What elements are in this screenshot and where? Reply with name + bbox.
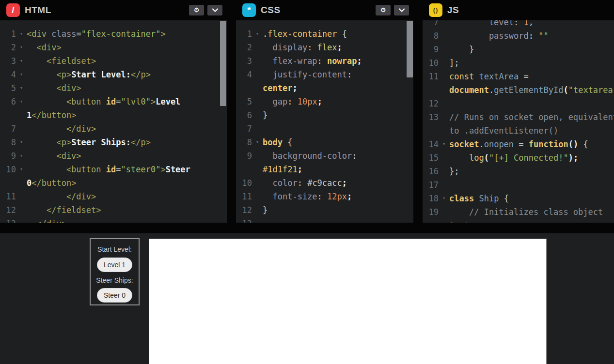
code-line[interactable]: 5▾ <div> (0, 81, 227, 95)
fold-caret-icon[interactable]: ▾ (16, 149, 27, 163)
code-line[interactable]: 12 </fieldset> (0, 203, 227, 217)
code-line[interactable]: 11 font-size: 12px; (236, 190, 413, 203)
code-line[interactable]: 5 gap: 10px; (236, 95, 413, 108)
code-line[interactable]: 11 </div> (0, 190, 227, 203)
code-line[interactable]: 10 color: #c9cacc; (236, 176, 413, 190)
code-text: <p>Start Level:</p> (27, 68, 151, 81)
editor-preview-divider[interactable] (0, 223, 614, 233)
code-line[interactable]: 15 log("[+] Connected!"); (423, 151, 614, 165)
code-line[interactable]: 12} (236, 203, 413, 217)
code-line[interactable]: 3▾ <fieldset> (0, 54, 227, 68)
caret-spacer (439, 20, 449, 29)
code-text: socket.onopen = function() { (449, 137, 588, 151)
fold-caret-icon[interactable]: ▾ (439, 137, 449, 151)
fold-caret-icon[interactable]: ▾ (16, 95, 27, 108)
code-line[interactable]: instances (423, 219, 614, 223)
code-text: <button id="lvl0">Level (27, 95, 180, 108)
tab-html[interactable]: / HTML (6, 0, 51, 20)
code-line[interactable]: 13 (236, 217, 413, 223)
code-line[interactable]: 10]; (423, 56, 614, 70)
code-line[interactable]: 0</button> (0, 176, 227, 190)
code-line[interactable]: 12 (423, 97, 614, 110)
code-text: #1d1f21; (263, 163, 302, 176)
fold-caret-icon[interactable]: ▾ (16, 54, 27, 68)
fold-caret-icon[interactable]: ▾ (16, 81, 27, 95)
code-line[interactable]: 14▾socket.onopen = function() { (423, 137, 614, 151)
tab-js[interactable]: () JS (429, 0, 459, 20)
fold-caret-icon[interactable]: ▾ (16, 68, 27, 81)
html-editor-scrollbar[interactable] (220, 21, 226, 106)
code-line[interactable]: 8▾ <p>Steer Ships:</p> (0, 136, 227, 149)
code-line[interactable]: 7 </div> (0, 122, 227, 136)
code-line[interactable]: 1</button> (0, 108, 227, 122)
line-number: 8 (423, 29, 439, 43)
line-number: 13 (423, 110, 439, 124)
code-line[interactable]: 9▾ <div> (0, 149, 227, 163)
css-collapse-button[interactable] (394, 5, 409, 15)
pane-divider[interactable] (413, 0, 423, 223)
css-pane-header: * CSS ⚙ (236, 0, 413, 20)
code-line[interactable]: 17 (423, 178, 614, 192)
code-line[interactable]: 7 level: 1, (423, 20, 614, 29)
code-line[interactable]: 11const textArea = (423, 70, 614, 83)
css-tab-title: CSS (261, 5, 281, 15)
line-number: 3 (236, 54, 252, 68)
code-text: flex-wrap: nowrap; (263, 54, 362, 68)
code-line[interactable]: #1d1f21; (236, 163, 413, 176)
code-text: log("[+] Connected!"); (449, 151, 578, 165)
code-line[interactable]: 2▾ <div> (0, 41, 227, 54)
line-number: 12 (0, 203, 16, 217)
js-code-editor[interactable]: 7 level: 1,8 password: ""9 }10];11const … (423, 20, 614, 223)
tab-css[interactable]: * CSS (242, 0, 281, 20)
css-settings-button[interactable]: ⚙ (376, 5, 391, 15)
fold-caret-icon[interactable]: ▾ (16, 163, 27, 176)
js-pane-header: () JS (423, 0, 614, 20)
code-text: .flex-container { (263, 27, 347, 41)
code-line[interactable]: center; (236, 81, 413, 95)
preview-pane: Start Level: Level 1 Steer Ships: Steer … (0, 233, 614, 364)
code-line[interactable]: 8▾body { (236, 136, 413, 149)
html-settings-button[interactable]: ⚙ (189, 5, 204, 15)
html-collapse-button[interactable] (207, 5, 222, 15)
code-line[interactable]: document.getElementById("textarea (423, 83, 614, 97)
code-line[interactable]: 1▾<div class="flex-container"> (0, 27, 227, 41)
code-line[interactable]: 4 justify-content: (236, 68, 413, 81)
caret-spacer (439, 70, 449, 83)
code-line[interactable]: 9 } (423, 43, 614, 56)
code-line[interactable]: to .addEventListener() (423, 124, 614, 137)
code-line[interactable]: 13// Runs on socket open, equivalent (423, 110, 614, 124)
line-number: 9 (236, 149, 252, 163)
line-number: 8 (236, 136, 252, 149)
level-1-button[interactable]: Level 1 (97, 258, 132, 272)
css-editor-scrollbar[interactable] (407, 21, 413, 77)
code-line[interactable]: 1▾.flex-container { (236, 27, 413, 41)
code-line[interactable]: 18▾class Ship { (423, 192, 614, 205)
code-line[interactable]: 16}; (423, 165, 614, 178)
fold-caret-icon[interactable]: ▾ (16, 136, 27, 149)
caret-spacer (252, 41, 263, 54)
code-line[interactable]: 2 display: flex; (236, 41, 413, 54)
code-line[interactable]: 10▾ <button id="steer0">Steer (0, 163, 227, 176)
fold-caret-icon[interactable]: ▾ (16, 27, 27, 41)
fold-caret-icon[interactable]: ▾ (252, 27, 263, 41)
css-code-editor[interactable]: 1▾.flex-container {2 display: flex;3 fle… (236, 20, 413, 223)
html-code-editor[interactable]: 1▾<div class="flex-container">2▾ <div>3▾… (0, 20, 227, 223)
log-textarea[interactable] (149, 239, 547, 364)
code-line[interactable]: 8 password: "" (423, 29, 614, 43)
code-line[interactable]: 6} (236, 108, 413, 122)
code-line[interactable]: 9 background-color: (236, 149, 413, 163)
code-line[interactable]: 6▾ <button id="lvl0">Level (0, 95, 227, 108)
code-text: class Ship { (449, 192, 509, 205)
code-line[interactable]: 19 // Initializes class object (423, 205, 614, 219)
steer-0-button[interactable]: Steer 0 (97, 288, 132, 303)
fold-caret-icon[interactable]: ▾ (16, 41, 27, 54)
pane-divider[interactable] (227, 0, 236, 223)
code-line[interactable]: 3 flex-wrap: nowrap; (236, 54, 413, 68)
fold-caret-icon[interactable]: ▾ (439, 192, 449, 205)
code-line[interactable]: 13 </div> (0, 217, 227, 223)
fold-caret-icon[interactable]: ▾ (252, 136, 263, 149)
code-line[interactable]: 4▾ <p>Start Level:</p> (0, 68, 227, 81)
code-text: color: #c9cacc; (263, 176, 347, 190)
code-line[interactable]: 7 (236, 122, 413, 136)
caret-spacer (252, 108, 263, 122)
